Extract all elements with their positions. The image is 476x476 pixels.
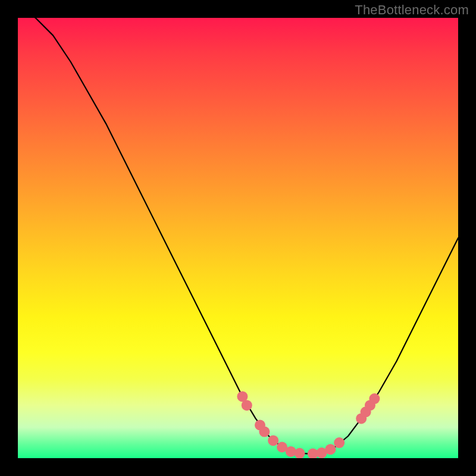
- watermark-text: TheBottleneck.com: [355, 2, 469, 18]
- chart-gradient-area: [18, 18, 458, 458]
